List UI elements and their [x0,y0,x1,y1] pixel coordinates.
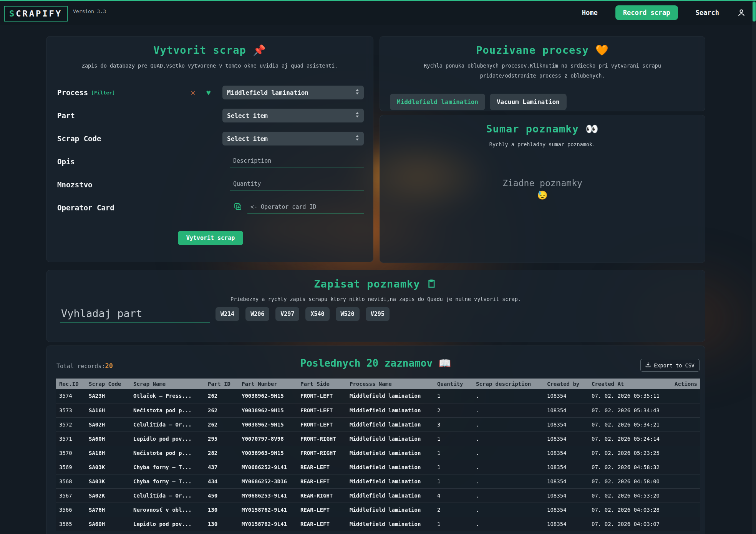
cell-actions [671,403,700,417]
col-header-scrap-description: Scrap description [473,379,544,389]
cell-part-number: Y0038962-9H15 [239,417,297,431]
part-row: Part Select item [57,109,364,122]
nav-home[interactable]: Home [582,9,598,17]
cell-created-at: 07. 02. 2026 05:34:43 [589,403,671,417]
cell-part-side: FRONT-RIGHT [297,446,346,460]
empty-notes-message: Ziadne poznamky 😓 [380,178,705,200]
cell-actions [671,389,700,403]
cell-created-by: 108354 [544,474,589,488]
cell-part-id: 282 [205,446,239,460]
part-search-input[interactable] [60,308,210,322]
table-row[interactable]: 3569SA03KChyba formy – T...437MY0686252-… [56,460,700,474]
app-logo: SCRAPIFY [4,6,68,21]
col-header-part-side: Part Side [297,379,346,389]
notes-panel-subtitle: Priebezny a rychly zapis scrapu ktory ni… [46,294,705,304]
cell-created-by: 108354 [544,488,589,503]
table-row[interactable]: 3574SA23HOtlačok – Press...262Y0038962-9… [56,389,700,403]
fav-panel-subtitle: Rychla ponuka oblubenych procesov.Kliknu… [380,61,705,81]
cell-part-number: Y0070797-8V98 [239,431,297,446]
export-csv-button[interactable]: Export to CSV [640,359,700,372]
table-row[interactable]: 3570SA16HNečistota pod p...282Y0038963-9… [56,446,700,460]
fav-panel-title: Pouzivane procesy 🧡 [380,36,705,56]
download-icon [645,362,651,369]
part-select[interactable]: Select item [222,109,364,122]
cell-quantity: 2 [434,403,473,417]
description-label: Opis [57,157,75,166]
cell-scrap-code: SA16H [86,403,130,417]
notes-search-row: W214W206V297X540W520V295 [60,307,390,322]
cell-processs-name: Middlefield lamination [346,417,434,431]
description-input[interactable] [230,156,364,167]
cell-part-id: 130 [205,503,239,517]
table-row[interactable]: 3568SA03KChyba formy – T...434MY0686252-… [56,474,700,488]
cell-created-at: 07. 02. 2026 04:03:07 [589,517,671,531]
cell-part-side: REAR-LEFT [297,460,346,474]
part-chip-w520[interactable]: W520 [336,307,360,321]
favorite-heart-icon[interactable]: ♥ [206,88,211,97]
logo-rest: CRAPIFY [16,9,62,18]
process-chip-middlefield[interactable]: Middlefield lamination [390,94,485,110]
nav-record-scrap[interactable]: Record scrap [615,5,678,20]
col-header-created-at: Created At [589,379,671,389]
cell-part-side: FRONT-LEFT [297,417,346,431]
table-row[interactable]: 3566SA76HNerovnosť v obl...130MY0158762-… [56,503,700,517]
col-header-quantity: Quantity [434,379,473,389]
table-row[interactable]: 3567SA02KCelulitída – Or...450MY0686253-… [56,488,700,503]
cell-scrap-description: . [473,517,544,531]
process-chip-vacuum[interactable]: Vacuum Lamination [490,94,567,110]
export-csv-label: Export to CSV [654,362,695,369]
write-notes-panel: Zapisat poznamky 🗒 Priebezny a rychly za… [46,270,705,342]
scrap-code-select-value: Select item [227,135,268,142]
logo-letter-s: S [9,9,16,18]
cell-scrap-name: Chyba formy – T... [130,460,205,474]
scrollbar-thumb[interactable] [753,2,756,21]
cell-scrap-code: SA03K [86,460,130,474]
table-row[interactable]: 3572SA02HCelulitída – Or...262Y0038962-9… [56,417,700,431]
create-panel-title: Vytvorit scrap 📌 [46,36,373,56]
process-select[interactable]: Middlefield lamination [222,86,364,99]
cell-part-id: 262 [205,389,239,403]
cell-created-at: 07. 02. 2026 04:53:20 [589,488,671,503]
cell-part-number: MY0158762-9L41 [239,503,297,517]
part-chip-v297[interactable]: V297 [275,307,299,321]
table-row[interactable]: 3571SA60HLepidlo pod pov...295Y0070797-8… [56,431,700,446]
cell-part-id: 434 [205,474,239,488]
part-chip-w206[interactable]: W206 [245,307,269,321]
nav-search[interactable]: Search [696,9,719,17]
part-chip-x540[interactable]: X540 [305,307,329,321]
cell-actions [671,503,700,517]
chevron-updown-icon [355,89,359,96]
cell-scrap-code: SA03K [86,474,130,488]
col-header-created-by: Created by [544,379,589,389]
quantity-input[interactable] [230,179,364,190]
clear-process-icon[interactable]: ✕ [191,88,195,97]
operator-card-input[interactable] [247,202,364,213]
cell-scrap-name: Lepidlo pod pov... [130,517,205,531]
cell-scrap-name: Nečistota pod p... [130,403,205,417]
cell-part-side: FRONT-LEFT [297,389,346,403]
copy-icon[interactable] [234,202,242,213]
cell-created-by: 108354 [544,517,589,531]
cell-processs-name: Middlefield lamination [346,460,434,474]
cell-part-side: REAR-RIGHT [297,488,346,503]
cell-scrap-description: . [473,460,544,474]
create-scrap-button[interactable]: Vytvorit scrap [178,231,243,245]
cell-actions [671,517,700,531]
part-chip-v295[interactable]: V295 [366,307,390,321]
cell-rec-id: 3565 [56,517,86,531]
cell-scrap-name: Chyba formy – T... [130,474,205,488]
table-row[interactable]: 3565SA60HLepidlo pod pov...130MY0158762-… [56,517,700,531]
user-icon[interactable] [737,8,746,17]
sweat-face-icon: 😓 [380,190,705,200]
col-header-actions: Actions [671,379,700,389]
scrap-code-select[interactable]: Select item [222,132,364,145]
cell-part-id: 450 [205,488,239,503]
part-chip-w214[interactable]: W214 [216,307,239,321]
table-row[interactable]: 3573SA16HNečistota pod p...262Y0038962-9… [56,403,700,417]
version-label: Version 3.3 [73,8,106,14]
chevron-updown-icon [355,112,359,119]
cell-actions [671,488,700,503]
cell-part-number: MY0158762-9L41 [239,517,297,531]
scrollbar-track[interactable] [752,0,756,534]
cell-processs-name: Middlefield lamination [346,488,434,503]
